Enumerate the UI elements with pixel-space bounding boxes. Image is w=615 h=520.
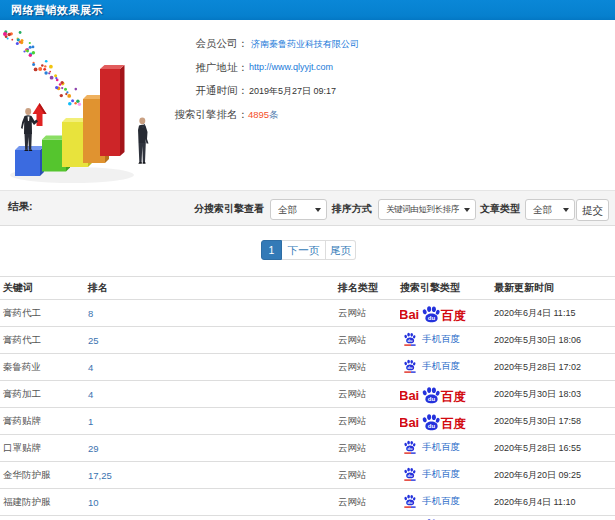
svg-text:Bai: Bai bbox=[400, 415, 419, 430]
svg-text:百度: 百度 bbox=[440, 389, 466, 403]
svg-text:百度: 百度 bbox=[440, 308, 466, 322]
svg-text:du: du bbox=[408, 365, 413, 370]
svg-text:du: du bbox=[428, 396, 436, 402]
svg-text:du: du bbox=[408, 338, 413, 343]
svg-text:Bai: Bai bbox=[400, 307, 419, 322]
svg-text:du: du bbox=[408, 473, 413, 478]
svg-text:du: du bbox=[428, 423, 436, 429]
svg-text:du: du bbox=[408, 446, 413, 451]
svg-text:du: du bbox=[428, 315, 436, 321]
svg-text:百度: 百度 bbox=[440, 416, 466, 430]
svg-text:Bai: Bai bbox=[400, 388, 419, 403]
svg-text:du: du bbox=[408, 500, 413, 505]
